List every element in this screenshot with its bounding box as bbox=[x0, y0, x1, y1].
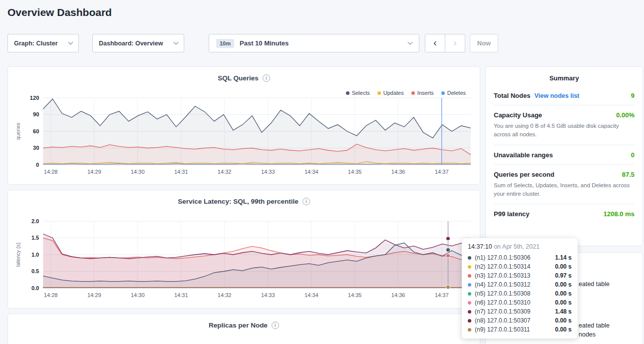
tooltip-node-row: (n6) 127.0.0.1:503100.00 s bbox=[468, 298, 572, 307]
info-icon[interactable] bbox=[303, 198, 310, 205]
tooltip-node-label: (n2) 127.0.0.1:50314 bbox=[475, 263, 530, 270]
summary-title: Summary bbox=[494, 67, 635, 86]
node-color-dot-icon bbox=[468, 256, 471, 260]
svg-text:14:32: 14:32 bbox=[218, 292, 232, 298]
service-latency-panel: Service Latency: SQL, 99th percentile 0.… bbox=[7, 190, 480, 309]
svg-text:14:37: 14:37 bbox=[435, 169, 449, 175]
tooltip-node-label: (n1) 127.0.0.1:50306 bbox=[475, 254, 530, 261]
legend-dot-icon bbox=[411, 91, 415, 95]
node-color-dot-icon bbox=[468, 310, 471, 314]
svg-text:14:33: 14:33 bbox=[261, 169, 275, 175]
tooltip-node-row: (n4) 127.0.0.1:503120.00 s bbox=[468, 280, 572, 289]
tooltip-node-label: (n6) 127.0.0.1:50310 bbox=[475, 299, 530, 306]
summary-panel: Summary Total Nodes View nodes list 9 Ca… bbox=[485, 66, 643, 246]
summary-unavailable-ranges: Unavailable ranges 0 bbox=[494, 145, 635, 165]
node-color-dot-icon bbox=[468, 283, 471, 287]
time-range-label: Past 10 Minutes bbox=[240, 39, 289, 47]
svg-text:14:36: 14:36 bbox=[391, 292, 405, 298]
time-range-selector[interactable]: 10m Past 10 Minutes bbox=[209, 34, 419, 52]
tooltip-node-row: (n8) 127.0.0.1:503070.00 s bbox=[468, 316, 572, 325]
tooltip-node-row: (n1) 127.0.0.1:503061.14 s bbox=[468, 253, 572, 262]
tooltip-node-row: (n5) 127.0.0.1:503080.00 s bbox=[468, 289, 572, 298]
chart-hover-tooltip: 14:37:10 on Apr 5th, 2021 (n1) 127.0.0.1… bbox=[462, 238, 578, 339]
info-icon[interactable] bbox=[263, 74, 270, 82]
svg-text:14:30: 14:30 bbox=[131, 169, 145, 175]
graph-dropdown[interactable]: Graph: Cluster bbox=[7, 34, 79, 52]
event-item-fragment[interactable]: nodes bbox=[579, 331, 596, 338]
chevron-down-icon bbox=[408, 40, 413, 45]
tooltip-node-label: (n8) 127.0.0.1:50307 bbox=[475, 317, 530, 324]
sql-queries-panel: SQL Queries SelectsUpdatesInsertsDeletes… bbox=[7, 66, 480, 185]
capacity-label: Capacity Usage bbox=[494, 111, 542, 119]
time-prev-button[interactable]: ‹ bbox=[425, 34, 445, 52]
node-color-dot-icon bbox=[468, 301, 471, 305]
chevron-down-icon bbox=[68, 40, 73, 45]
legend-dot-icon bbox=[441, 91, 445, 95]
dashboard-dropdown-label: Dashboard: Overview bbox=[99, 40, 163, 47]
event-item-fragment[interactable]: eated table bbox=[579, 322, 610, 329]
tooltip-node-row: (n2) 127.0.0.1:503140.00 s bbox=[468, 262, 572, 271]
node-color-dot-icon bbox=[468, 265, 471, 269]
svg-text:14:28: 14:28 bbox=[44, 292, 58, 298]
tooltip-node-row: (n9) 127.0.0.1:503110.00 s bbox=[468, 325, 572, 334]
tooltip-date: on Apr 5th, 2021 bbox=[494, 243, 540, 250]
chart-canvas[interactable]: 0.00.51.01.52.014:2814:2914:3014:3114:32… bbox=[13, 218, 475, 306]
tooltip-node-value: 0.00 s bbox=[555, 263, 572, 270]
svg-text:14:32: 14:32 bbox=[218, 169, 232, 175]
total-nodes-label: Total Nodes bbox=[494, 92, 530, 99]
qps-label: Queries per second bbox=[494, 171, 554, 178]
now-button[interactable]: Now bbox=[470, 34, 498, 52]
tooltip-node-value: 1.14 s bbox=[555, 254, 572, 261]
tooltip-node-row: (n3) 127.0.0.1:503130.97 s bbox=[468, 271, 572, 280]
svg-text:14:34: 14:34 bbox=[305, 169, 319, 175]
node-color-dot-icon bbox=[468, 274, 471, 278]
chevron-down-icon bbox=[174, 40, 179, 45]
legend-dot-icon bbox=[346, 91, 349, 95]
time-range-badge: 10m bbox=[216, 39, 234, 48]
svg-text:14:31: 14:31 bbox=[174, 169, 188, 175]
chevron-right-icon: › bbox=[453, 36, 457, 48]
time-next-button[interactable]: › bbox=[445, 34, 465, 52]
p99-value: 1208.0 ms bbox=[604, 210, 635, 218]
tooltip-node-value: 0.00 s bbox=[555, 326, 572, 333]
tooltip-node-label: (n5) 127.0.0.1:50308 bbox=[475, 290, 530, 297]
dashboard-dropdown[interactable]: Dashboard: Overview bbox=[92, 34, 184, 52]
svg-text:2.0: 2.0 bbox=[31, 218, 39, 224]
info-icon[interactable] bbox=[272, 322, 279, 329]
svg-text:0.0: 0.0 bbox=[31, 285, 39, 291]
svg-text:14:36: 14:36 bbox=[391, 169, 405, 175]
svg-text:14:30: 14:30 bbox=[131, 292, 145, 298]
svg-text:1.5: 1.5 bbox=[31, 235, 39, 241]
tooltip-time: 14:37:10 bbox=[468, 243, 492, 250]
legend-dot-icon bbox=[377, 91, 381, 95]
tooltip-node-label: (n9) 127.0.0.1:50311 bbox=[475, 326, 530, 333]
tooltip-node-value: 0.00 s bbox=[555, 299, 572, 306]
node-color-dot-icon bbox=[468, 319, 471, 323]
chart-canvas[interactable]: 030609012014:2814:2914:3014:3114:3214:33… bbox=[13, 95, 475, 182]
chart-title: Replicas per Node bbox=[209, 322, 268, 329]
svg-text:0: 0 bbox=[36, 162, 39, 168]
tooltip-node-label: (n4) 127.0.0.1:50312 bbox=[475, 281, 530, 288]
unavailable-ranges-value: 0 bbox=[631, 151, 635, 159]
svg-text:120: 120 bbox=[30, 95, 39, 101]
tooltip-node-value: 0.00 s bbox=[555, 290, 572, 297]
summary-qps: Queries per second 87.5 Sum of Selects, … bbox=[494, 165, 635, 205]
tooltip-node-value: 0.97 s bbox=[555, 272, 572, 279]
svg-text:14:34: 14:34 bbox=[305, 292, 319, 298]
event-item-fragment[interactable]: eated table bbox=[579, 281, 610, 288]
svg-text:0.5: 0.5 bbox=[31, 269, 39, 275]
svg-text:14:35: 14:35 bbox=[348, 292, 362, 298]
sql-queries-chart[interactable]: 030609012014:2814:2914:3014:3114:3214:33… bbox=[13, 95, 475, 182]
service-latency-chart[interactable]: 0.00.51.01.52.014:2814:2914:3014:3114:32… bbox=[13, 218, 475, 306]
node-color-dot-icon bbox=[468, 292, 471, 296]
svg-text:14:29: 14:29 bbox=[87, 169, 101, 175]
svg-text:14:31: 14:31 bbox=[174, 292, 188, 298]
tooltip-node-value: 0.00 s bbox=[555, 317, 572, 324]
node-color-dot-icon bbox=[468, 328, 471, 332]
svg-text:1.0: 1.0 bbox=[31, 252, 39, 258]
svg-text:60: 60 bbox=[33, 128, 39, 134]
view-nodes-list-link[interactable]: View nodes list bbox=[534, 92, 579, 99]
svg-text:14:35: 14:35 bbox=[348, 169, 362, 175]
total-nodes-value: 9 bbox=[631, 92, 635, 99]
tooltip-node-value: 0.00 s bbox=[555, 281, 572, 288]
